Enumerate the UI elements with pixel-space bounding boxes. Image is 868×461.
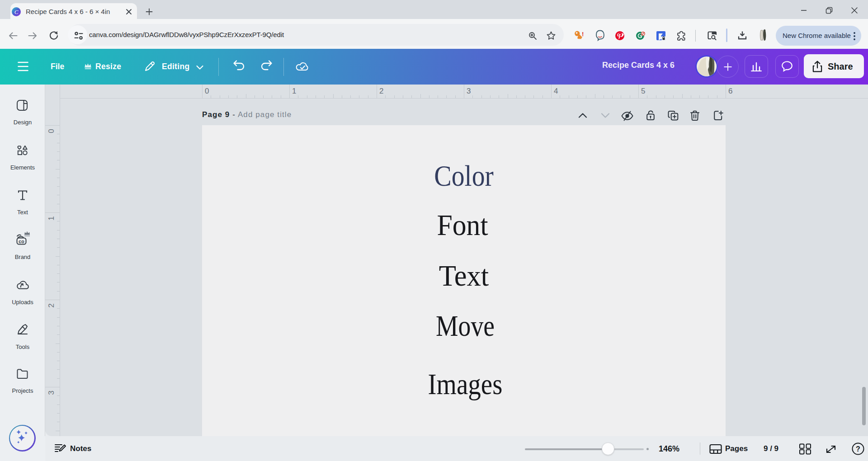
svg-text:co: co: [19, 239, 24, 244]
svg-text:?: ?: [856, 445, 860, 453]
svg-text:C: C: [14, 9, 19, 15]
svg-text:!: !: [582, 31, 584, 38]
